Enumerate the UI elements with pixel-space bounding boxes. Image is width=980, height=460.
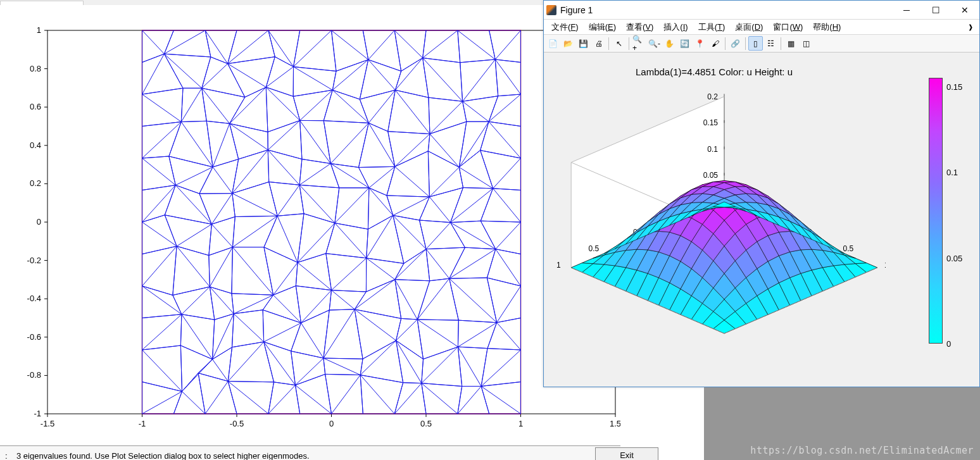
brush-icon[interactable]: 🖌 — [708, 36, 722, 51]
minimize-button[interactable]: ─ — [892, 1, 921, 20]
colorbar-gradient — [929, 78, 943, 344]
svg-text:-0.2: -0.2 — [27, 256, 41, 265]
svg-text:0.05: 0.05 — [703, 171, 719, 180]
menu-v[interactable]: 查看(V) — [621, 20, 658, 34]
svg-text:1: 1 — [518, 419, 523, 428]
colorbar[interactable]: 00.050.10.15 — [929, 78, 967, 356]
menu-d[interactable]: 桌面(D) — [730, 20, 768, 34]
svg-text:0: 0 — [329, 419, 334, 428]
svg-text:-0.6: -0.6 — [27, 332, 41, 342]
svg-text:-1.5: -1.5 — [41, 419, 54, 428]
svg-text:1.5: 1.5 — [610, 419, 620, 428]
svg-text:0.5: 0.5 — [420, 419, 432, 428]
window-title: Figure 1 — [560, 5, 892, 15]
toolbar-separator — [781, 37, 781, 50]
figure-canvas[interactable]: Lambda(1)=4.4851 Color: u Height: u -1-0… — [544, 53, 979, 387]
menu-f[interactable]: 文件(F) — [546, 20, 584, 34]
matlab-icon — [546, 5, 556, 15]
legend-icon[interactable]: ☷ — [763, 36, 778, 51]
subplot-icon[interactable]: ◫ — [799, 36, 814, 51]
menu-t[interactable]: 工具(T) — [693, 20, 731, 34]
menubar: 文件(F)编辑(E)查看(V)插入(I)工具(T)桌面(D)窗口(W)帮助(H)… — [544, 20, 979, 35]
data-cursor-icon[interactable]: 📍 — [693, 36, 707, 51]
svg-text:0.2: 0.2 — [30, 178, 41, 188]
svg-text:0.6: 0.6 — [30, 102, 41, 111]
mesh-plot-axes[interactable]: -1.5-1-0.500.511.5-1-0.8-0.6-0.4-0.200.2… — [13, 24, 620, 435]
save-icon[interactable]: 💾 — [576, 36, 591, 51]
svg-text:0.4: 0.4 — [30, 140, 41, 150]
open-file-icon[interactable]: 📂 — [561, 36, 575, 51]
colorbar-tick: 0 — [946, 339, 951, 349]
pointer-icon[interactable]: ↖ — [612, 36, 626, 51]
menu-chevron-icon[interactable]: ❱ — [964, 23, 977, 30]
toolbar-separator — [745, 37, 746, 50]
svg-text:0: 0 — [37, 217, 41, 227]
colorbar-icon[interactable]: ▯ — [748, 36, 763, 51]
svg-text:1: 1 — [556, 261, 561, 270]
link-icon[interactable]: 🔗 — [728, 36, 743, 51]
svg-text:0.8: 0.8 — [30, 64, 41, 73]
figure-window: Figure 1 ─ ☐ ✕ 文件(F)编辑(E)查看(V)插入(I)工具(T)… — [543, 0, 980, 387]
status-bar: : 3 eigenvalues found. Use Plot Selectio… — [0, 445, 620, 460]
maximize-button[interactable]: ☐ — [921, 1, 950, 20]
svg-text:-0.8: -0.8 — [27, 370, 41, 380]
menu-e[interactable]: 编辑(E) — [584, 20, 621, 34]
pan-icon[interactable]: ✋ — [662, 36, 677, 51]
svg-text:0.2: 0.2 — [707, 92, 718, 101]
svg-text:-1: -1 — [139, 419, 146, 428]
surface-3d-axes[interactable]: -1-0.500.51-1-0.500.5100.050.10.150.2 — [550, 78, 886, 388]
menu-i[interactable]: 插入(I) — [658, 20, 693, 34]
svg-text:-1: -1 — [34, 409, 41, 418]
colorbar-tick: 0.05 — [946, 253, 962, 263]
status-prefix: : — [5, 451, 16, 461]
watermark: https://blog.csdn.net/EliminatedAcmer — [750, 445, 974, 456]
close-button[interactable]: ✕ — [950, 1, 979, 20]
toolbar: 📄📂💾🖨↖🔍+🔍-✋🔄📍🖌🔗▯☷▦◫ — [544, 35, 979, 53]
svg-text:1: 1 — [884, 261, 886, 270]
colorbar-tick: 0.15 — [946, 82, 962, 91]
svg-text:0.1: 0.1 — [707, 145, 718, 154]
status-text: 3 eigenvalues found. Use Plot Selection … — [16, 451, 310, 461]
zoom-out-icon[interactable]: 🔍- — [647, 36, 662, 51]
svg-text:0.15: 0.15 — [703, 118, 719, 127]
svg-text:0.5: 0.5 — [843, 244, 854, 253]
svg-text:1: 1 — [37, 25, 41, 35]
pde-tool-panel: -1.5-1-0.500.511.5-1-0.8-0.6-0.4-0.200.2… — [0, 0, 620, 460]
zoom-in-icon[interactable]: 🔍+ — [632, 36, 646, 51]
toolbar-separator — [629, 37, 629, 50]
exit-button[interactable]: Exit — [595, 447, 658, 460]
new-file-icon[interactable]: 📄 — [546, 36, 560, 51]
menu-h[interactable]: 帮助(H) — [808, 20, 846, 34]
plot-title: Lambda(1)=4.4851 Color: u Height: u — [544, 66, 884, 77]
toolbar-separator — [725, 37, 726, 50]
svg-text:-0.5: -0.5 — [230, 419, 244, 428]
toolbar-separator — [608, 37, 609, 50]
rotate-3d-icon[interactable]: 🔄 — [677, 36, 692, 51]
colorbar-tick: 0.1 — [946, 168, 958, 177]
svg-text:0.5: 0.5 — [588, 244, 599, 253]
menu-w[interactable]: 窗口(W) — [768, 20, 808, 34]
print-icon[interactable]: 🖨 — [591, 36, 606, 51]
titlebar[interactable]: Figure 1 ─ ☐ ✕ — [544, 1, 979, 20]
svg-text:-0.4: -0.4 — [27, 294, 41, 303]
grid-icon[interactable]: ▦ — [784, 36, 798, 51]
